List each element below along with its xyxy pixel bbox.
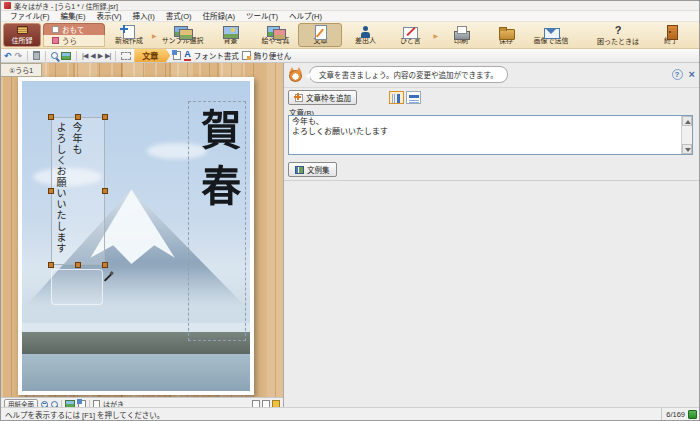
resize-handle[interactable] bbox=[48, 188, 54, 194]
phrase-book-icon bbox=[295, 166, 304, 174]
toolbar-separator bbox=[76, 51, 77, 61]
resize-handle[interactable] bbox=[102, 114, 108, 120]
resize-handle[interactable] bbox=[48, 114, 54, 120]
photos-button[interactable]: 絵や写真 bbox=[253, 23, 297, 47]
vertical-text-toggle[interactable] bbox=[389, 91, 404, 104]
help-button[interactable]: ? 困ったときは bbox=[593, 23, 643, 47]
nav-next-icon[interactable]: ▶ bbox=[98, 52, 102, 60]
print-button[interactable]: 印刷 bbox=[439, 23, 483, 47]
resize-handle[interactable] bbox=[102, 262, 108, 268]
new-document-button[interactable]: 新規作成 bbox=[107, 23, 151, 47]
photos-icon bbox=[266, 25, 285, 35]
tab-front-label: おもて bbox=[62, 24, 84, 35]
tab-back[interactable]: うら bbox=[43, 35, 105, 47]
selection-frame-icon[interactable] bbox=[121, 52, 131, 60]
save-icon bbox=[497, 25, 516, 35]
ribbon-right: ? 困ったときは 終了 bbox=[593, 23, 697, 47]
text-edit-panel: 文章を書きましょう。内容の変更や追加ができます。 ? × 文章枠を追加 文章(B… bbox=[283, 63, 699, 410]
add-frame-label: 文章枠を追加 bbox=[306, 92, 351, 103]
sender-icon bbox=[356, 25, 375, 35]
font-format-button[interactable]: フォント書式 bbox=[194, 50, 239, 61]
frame-controls: 文章枠を追加 bbox=[288, 90, 421, 105]
panel-close-icon[interactable]: × bbox=[689, 69, 695, 80]
exit-button[interactable]: 終了 bbox=[649, 23, 693, 47]
exit-door-icon bbox=[662, 25, 681, 35]
address-book-label: 住所録 bbox=[12, 35, 33, 45]
menu-addressbook[interactable]: 住所録(A) bbox=[198, 11, 241, 22]
side-tabs: おもて うら bbox=[43, 23, 105, 47]
text-tool-button[interactable]: 文章 bbox=[298, 23, 342, 47]
save-button[interactable]: 保存 bbox=[484, 23, 528, 47]
background-button[interactable]: 背景 bbox=[208, 23, 252, 47]
resize-handle[interactable] bbox=[102, 188, 108, 194]
image-list-icon[interactable] bbox=[61, 52, 71, 60]
text-input[interactable]: 今年も、 よろしくお願いいたします bbox=[289, 116, 681, 154]
tab-front[interactable]: おもて bbox=[43, 23, 105, 35]
redo-icon[interactable]: ↷ bbox=[15, 51, 23, 61]
resize-handle[interactable] bbox=[75, 262, 81, 268]
ribbon-buttons: 新規作成 ▶ サンプル選択 背景 絵や写真 文章 差出人 bbox=[107, 23, 697, 47]
menu-view[interactable]: 表示(V) bbox=[92, 11, 127, 22]
app-window: 楽々はがき - [うら1 * / 住所録.jsr] ファイル(F) 編集(E) … bbox=[0, 0, 700, 421]
menu-file[interactable]: ファイル(F) bbox=[5, 11, 55, 22]
menu-format[interactable]: 書式(O) bbox=[161, 11, 197, 22]
sample-select-button[interactable]: サンプル選択 bbox=[158, 23, 208, 47]
empty-text-frame[interactable] bbox=[51, 269, 103, 305]
menu-help[interactable]: ヘルプ(H) bbox=[284, 11, 327, 22]
status-right: 6/169 bbox=[661, 408, 700, 420]
mascot-icon bbox=[288, 67, 303, 82]
add-text-frame-button[interactable]: 文章枠を追加 bbox=[288, 90, 357, 105]
scrollbar[interactable] bbox=[681, 116, 692, 154]
print-icon bbox=[452, 25, 471, 35]
address-book-button[interactable]: 住所録 bbox=[3, 23, 41, 47]
panel-help-icon[interactable]: ? bbox=[672, 69, 683, 80]
back-page-icon bbox=[52, 37, 59, 44]
resize-handle[interactable] bbox=[48, 262, 54, 268]
find-icon[interactable] bbox=[51, 52, 58, 59]
window-title: 楽々はがき - [うら1 * / 住所録.jsr] bbox=[14, 1, 118, 11]
status-help-text: ヘルプを表示するには [F1] を押してください。 bbox=[1, 409, 661, 420]
status-bar: ヘルプを表示するには [F1] を押してください。 6/169 bbox=[1, 407, 700, 420]
help-label: 困ったときは bbox=[597, 36, 639, 46]
nav-first-icon[interactable]: |◀ bbox=[82, 52, 87, 60]
panel-divider bbox=[284, 87, 699, 88]
send-image-button[interactable]: 画像で送信 bbox=[529, 23, 573, 47]
menu-insert[interactable]: 挿入(I) bbox=[128, 11, 160, 22]
tab-back-label: うら bbox=[62, 35, 77, 46]
guide-bubble: 文章を書きましょう。内容の変更や追加ができます。 bbox=[309, 66, 508, 83]
comment-button[interactable]: ひと言 bbox=[388, 23, 432, 47]
menu-tools[interactable]: ツール(T) bbox=[241, 11, 283, 22]
toolbar-separator bbox=[115, 51, 116, 61]
nav-prev-icon[interactable]: ◀ bbox=[90, 52, 94, 60]
group-arrow-icon: ▶ bbox=[433, 32, 438, 39]
delete-icon[interactable] bbox=[33, 51, 40, 60]
paste-icon[interactable] bbox=[173, 51, 181, 60]
phrase-examples-button[interactable]: 文例集 bbox=[288, 162, 337, 177]
sender-button[interactable]: 差出人 bbox=[343, 23, 387, 47]
comment-icon bbox=[401, 25, 420, 35]
postcard-preview[interactable]: 賀春 今年も よろしくお願いいたします bbox=[18, 77, 254, 395]
scroll-down-icon[interactable] bbox=[682, 144, 692, 154]
mascot-face bbox=[289, 70, 302, 82]
address-book-icon bbox=[17, 26, 28, 34]
front-page-icon bbox=[52, 26, 59, 33]
stationery-button[interactable]: 飾り便せん bbox=[254, 50, 292, 61]
font-format-icon: A bbox=[184, 50, 191, 61]
resize-handle[interactable] bbox=[75, 114, 81, 120]
undo-icon[interactable]: ↶ bbox=[4, 51, 12, 61]
toolbar-separator bbox=[45, 51, 46, 61]
add-frame-icon bbox=[294, 93, 303, 102]
scroll-up-icon[interactable] bbox=[682, 116, 692, 126]
text-input-wrap: 今年も、 よろしくお願いいたします bbox=[288, 115, 693, 155]
group-arrow-icon: ▶ bbox=[152, 32, 157, 39]
panel-divider bbox=[284, 180, 699, 181]
orientation-toggles bbox=[389, 91, 421, 104]
horizontal-text-toggle[interactable] bbox=[406, 91, 421, 104]
menu-edit[interactable]: 編集(E) bbox=[56, 11, 91, 22]
nav-last-icon[interactable]: ▶| bbox=[105, 52, 110, 60]
greeting-calligraphy: 賀春 bbox=[188, 108, 246, 340]
status-green-icon bbox=[688, 410, 697, 419]
selected-text-frame[interactable]: 今年も よろしくお願いいたします bbox=[51, 117, 105, 265]
greeting-text-frame[interactable]: 賀春 bbox=[188, 101, 246, 341]
page-tab[interactable]: ①うら1 bbox=[1, 63, 42, 77]
